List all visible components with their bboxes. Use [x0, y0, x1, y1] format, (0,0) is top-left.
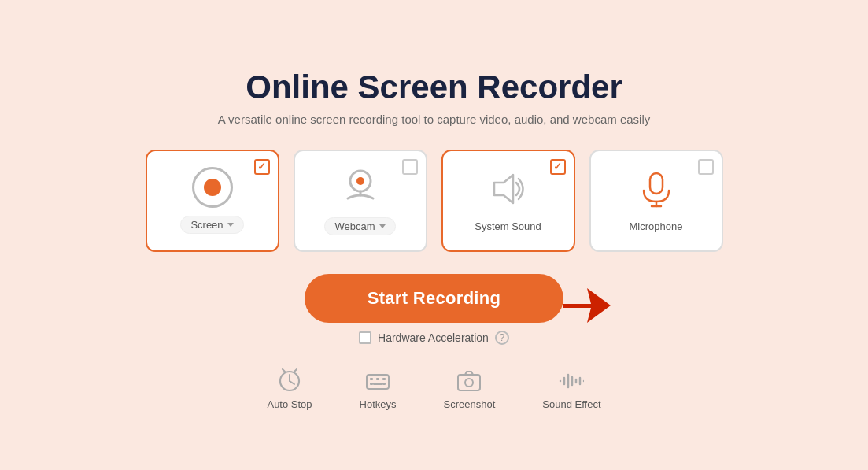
camera-icon: [456, 368, 482, 394]
svg-point-19: [465, 379, 473, 387]
system-sound-checkbox[interactable]: [550, 159, 566, 175]
cards-row: Screen Webcam: [146, 150, 723, 252]
hardware-acceleration-checkbox[interactable]: [359, 331, 371, 344]
page-title: Online Screen Recorder: [246, 68, 622, 106]
svg-marker-7: [563, 288, 611, 323]
microphone-checkbox[interactable]: [698, 159, 714, 175]
screen-chevron-icon: [227, 223, 234, 227]
tool-sound-effect[interactable]: Sound Effect: [542, 368, 600, 410]
system-sound-icon: [488, 168, 529, 213]
keyboard-icon: [365, 368, 390, 394]
svg-rect-14: [382, 378, 386, 380]
svg-marker-3: [494, 175, 513, 203]
screen-checkbox[interactable]: [254, 159, 270, 175]
webcam-chevron-icon: [379, 224, 386, 228]
webcam-icon: [340, 165, 381, 209]
hotkeys-label: Hotkeys: [360, 398, 397, 410]
tool-auto-stop[interactable]: Auto Stop: [267, 368, 312, 410]
screen-label-pill[interactable]: Screen: [180, 216, 243, 234]
start-recording-button[interactable]: Start Recording: [305, 274, 564, 323]
screen-icon: [192, 167, 233, 208]
svg-rect-18: [458, 375, 480, 390]
waveform-icon: [559, 368, 584, 394]
hardware-acceleration-row: Hardware Acceleration ?: [359, 331, 509, 345]
svg-rect-16: [382, 383, 386, 385]
page-wrapper: Online Screen Recorder A versatile onlin…: [0, 53, 868, 418]
clock-icon: [277, 368, 302, 394]
card-webcam[interactable]: Webcam: [294, 150, 427, 252]
sound-effect-label: Sound Effect: [542, 398, 600, 410]
bottom-tools: Auto Stop Hotkeys Screenshot: [267, 368, 600, 410]
svg-line-10: [290, 381, 294, 384]
webcam-checkbox[interactable]: [402, 159, 418, 175]
microphone-icon: [636, 168, 677, 213]
card-microphone[interactable]: Microphone: [589, 150, 723, 252]
tool-hotkeys[interactable]: Hotkeys: [360, 368, 397, 410]
arrow-pointer: [560, 288, 611, 327]
hardware-acceleration-help-icon[interactable]: ?: [495, 331, 509, 345]
auto-stop-label: Auto Stop: [267, 398, 312, 410]
start-recording-area: Start Recording Hardware Acceleration ?: [305, 274, 564, 345]
svg-rect-12: [370, 378, 373, 380]
svg-point-1: [356, 177, 364, 185]
screenshot-label: Screenshot: [444, 398, 496, 410]
svg-rect-11: [367, 375, 389, 389]
svg-rect-15: [370, 383, 373, 385]
webcam-label-pill[interactable]: Webcam: [324, 217, 395, 235]
card-system-sound[interactable]: System Sound: [441, 150, 575, 252]
tool-screenshot[interactable]: Screenshot: [444, 368, 496, 410]
system-sound-label: System Sound: [475, 220, 541, 232]
hardware-acceleration-label: Hardware Acceleration: [378, 331, 489, 344]
svg-rect-4: [650, 173, 663, 194]
svg-rect-13: [376, 378, 379, 380]
webcam-label: Webcam: [334, 220, 375, 232]
screen-label: Screen: [190, 219, 223, 231]
svg-rect-17: [373, 383, 382, 385]
card-screen[interactable]: Screen: [146, 150, 279, 252]
page-subtitle: A versatile online screen recording tool…: [218, 113, 651, 126]
microphone-label: Microphone: [630, 220, 683, 232]
